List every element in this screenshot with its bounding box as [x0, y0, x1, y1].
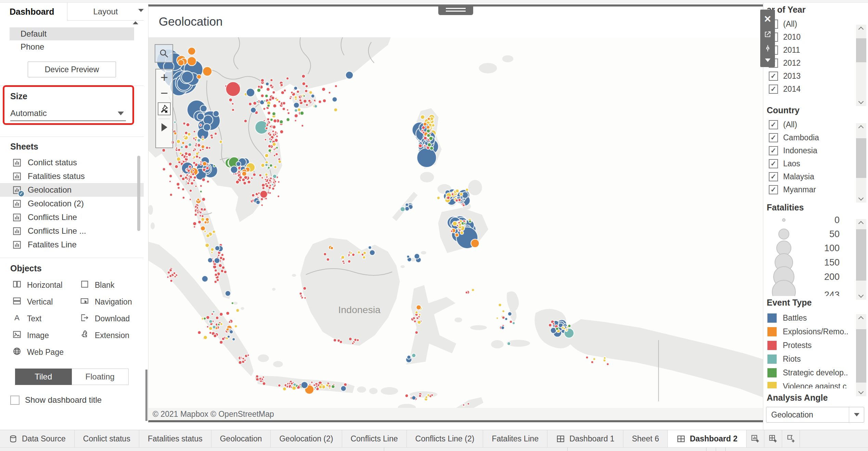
object-item-text[interactable]: AText [12, 314, 80, 323]
event-mark[interactable] [268, 145, 271, 148]
event-mark[interactable] [280, 130, 284, 134]
event-mark[interactable] [471, 239, 479, 247]
event-mark[interactable] [206, 315, 210, 319]
export-icon[interactable] [764, 30, 772, 38]
event-mark[interactable] [303, 99, 307, 103]
event-mark[interactable] [287, 383, 289, 385]
event-mark[interactable] [291, 91, 293, 94]
event-mark[interactable] [262, 376, 264, 378]
event-mark[interactable] [200, 185, 202, 187]
event-type-item[interactable]: Violence against c [763, 379, 868, 388]
event-mark[interactable] [169, 274, 172, 277]
event-mark[interactable] [198, 331, 201, 334]
event-mark[interactable] [314, 387, 316, 389]
object-item-horizontal[interactable]: Horizontal [12, 280, 80, 290]
event-mark[interactable] [496, 317, 498, 319]
event-mark[interactable] [363, 256, 366, 259]
event-mark[interactable] [193, 130, 196, 133]
event-mark[interactable] [246, 88, 255, 96]
event-mark[interactable] [416, 305, 421, 310]
event-mark[interactable] [197, 113, 204, 120]
event-mark[interactable] [199, 211, 202, 214]
country-filter-checkbox[interactable]: ✓ [769, 120, 778, 129]
event-mark[interactable] [258, 85, 260, 88]
event-mark[interactable] [300, 295, 302, 297]
country-filter-item[interactable]: ✓Indonesia [763, 144, 868, 157]
country-filter-item[interactable]: ✓Malaysia [763, 170, 868, 183]
event-mark[interactable] [437, 196, 440, 199]
event-mark[interactable] [498, 304, 502, 307]
event-type-item[interactable]: Strategic develop.. [763, 366, 868, 379]
event-mark[interactable] [265, 173, 268, 176]
event-mark[interactable] [211, 136, 213, 139]
event-mark[interactable] [208, 147, 211, 149]
event-mark[interactable] [193, 156, 196, 159]
event-mark[interactable] [424, 145, 426, 147]
event-mark[interactable] [200, 105, 207, 112]
event-mark[interactable] [256, 101, 259, 103]
event-mark[interactable] [212, 310, 215, 313]
map-search-button[interactable] [155, 44, 173, 63]
dot-cluster-sing-blue[interactable] [225, 291, 231, 296]
event-mark[interactable] [455, 233, 459, 237]
event-mark[interactable] [236, 180, 239, 184]
event-mark[interactable] [415, 331, 418, 334]
event-mark[interactable] [277, 195, 280, 197]
bottom-tab-data-source[interactable]: Data Source [0, 430, 75, 447]
event-mark[interactable] [184, 135, 186, 137]
event-mark[interactable] [267, 104, 270, 107]
event-mark[interactable] [459, 193, 463, 196]
event-mark[interactable] [193, 176, 196, 179]
event-mark[interactable] [346, 71, 353, 79]
event-mark[interactable] [236, 162, 241, 166]
event-mark[interactable] [352, 253, 355, 256]
event-mark[interactable] [265, 164, 268, 167]
event-mark[interactable] [179, 152, 182, 155]
event-mark[interactable] [208, 258, 213, 263]
event-mark[interactable] [174, 132, 177, 135]
event-mark[interactable] [593, 358, 595, 360]
event-mark[interactable] [247, 180, 251, 184]
sheet-list-item[interactable]: Conflicts Line ... [0, 224, 144, 238]
event-mark[interactable] [242, 178, 245, 182]
event-mark[interactable] [400, 207, 405, 211]
event-mark[interactable] [216, 279, 219, 281]
event-mark[interactable] [195, 143, 197, 145]
event-mark[interactable] [232, 103, 234, 105]
event-mark[interactable] [214, 269, 217, 272]
event-mark[interactable] [174, 121, 176, 124]
sheet-list-item[interactable]: Fatalites Line [0, 238, 144, 252]
event-mark[interactable] [350, 252, 352, 254]
event-mark[interactable] [276, 99, 279, 101]
event-mark[interactable] [319, 385, 322, 389]
country-filter-checkbox[interactable]: ✓ [769, 133, 778, 142]
event-mark[interactable] [219, 140, 222, 143]
event-mark[interactable] [209, 332, 212, 334]
event-mark[interactable] [427, 117, 430, 120]
event-mark[interactable] [501, 326, 504, 330]
event-mark[interactable] [323, 99, 326, 102]
event-mark[interactable] [197, 198, 199, 201]
event-mark[interactable] [177, 157, 181, 161]
event-mark[interactable] [191, 182, 194, 185]
event-mark[interactable] [203, 335, 207, 339]
sheet-list-item[interactable]: Conlict status [0, 156, 144, 169]
event-mark[interactable] [465, 291, 468, 294]
reset-pin-button[interactable] [158, 102, 171, 115]
event-mark[interactable] [352, 342, 354, 345]
event-mark[interactable] [294, 109, 297, 112]
event-mark[interactable] [199, 215, 202, 217]
event-mark[interactable] [178, 149, 180, 151]
event-mark[interactable] [270, 84, 272, 87]
event-mark[interactable] [261, 79, 264, 82]
event-mark[interactable] [250, 107, 256, 113]
event-mark[interactable] [219, 312, 223, 316]
event-mark[interactable] [586, 356, 588, 359]
event-mark[interactable] [269, 133, 272, 136]
analysis-angle-caret-button[interactable] [849, 407, 864, 422]
country-filter-item[interactable]: ✓(All) [763, 118, 868, 131]
map-area[interactable]: Indonesia + − [148, 37, 763, 408]
new-worksheet-button[interactable] [747, 430, 764, 447]
event-mark[interactable] [405, 203, 409, 206]
event-mark[interactable] [287, 112, 290, 114]
